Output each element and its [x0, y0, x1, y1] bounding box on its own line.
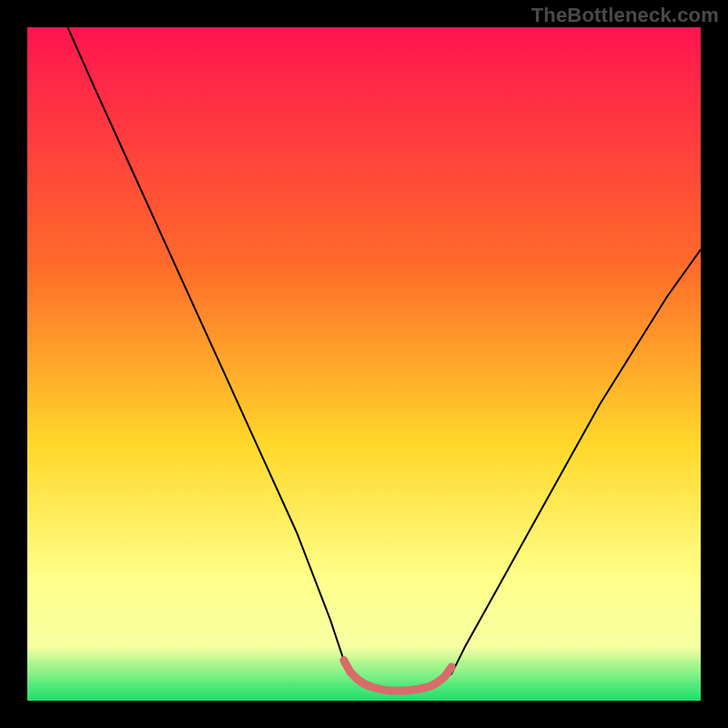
bottleneck-chart [27, 27, 701, 701]
svg-rect-2 [27, 637, 701, 642]
watermark-text: TheBottleneck.com [531, 4, 719, 27]
plot-area [27, 27, 701, 701]
gradient-background [27, 27, 701, 701]
chart-frame: TheBottleneck.com [0, 0, 728, 728]
svg-rect-4 [27, 662, 701, 666]
svg-rect-5 [27, 672, 701, 677]
svg-rect-3 [27, 650, 701, 654]
svg-rect-1 [27, 623, 701, 628]
svg-rect-0 [27, 610, 701, 615]
